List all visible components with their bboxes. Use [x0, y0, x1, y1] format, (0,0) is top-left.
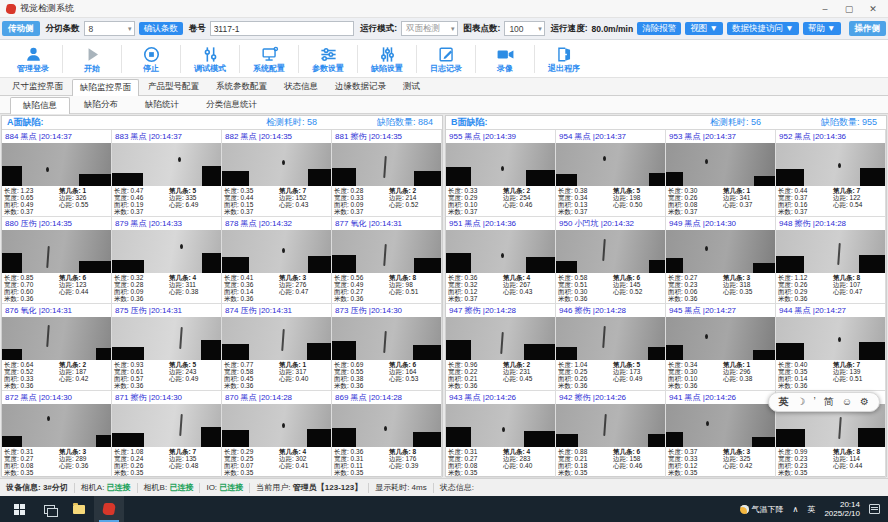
- operation-side-button[interactable]: 操作侧: [849, 21, 887, 36]
- parameter-settings-button[interactable]: 参数设置: [299, 45, 357, 73]
- maximize-button[interactable]: ▢: [838, 4, 860, 14]
- log-record-button[interactable]: 日志记录: [417, 45, 475, 73]
- defect-image[interactable]: [2, 143, 111, 186]
- ime-emoji-button[interactable]: ☺: [842, 397, 852, 407]
- defect-cell[interactable]: 883 黑点 |20:14:37 长度: 0.47 宽度: 0.46 面积: 0…: [112, 130, 222, 217]
- defect-image[interactable]: [222, 230, 331, 273]
- tab-尺寸监控界面[interactable]: 尺寸监控界面: [4, 78, 71, 95]
- defect-cell[interactable]: 873 压伤 |20:14:30 长度: 0.69 宽度: 0.55 面积: 0…: [332, 304, 442, 391]
- defect-image[interactable]: [446, 143, 555, 186]
- defect-cell[interactable]: 954 黑点 |20:14:37 长度: 0.38 宽度: 0.34 面积: 0…: [556, 130, 666, 217]
- defect-image[interactable]: [2, 404, 111, 447]
- tab-测试[interactable]: 测试: [395, 78, 428, 95]
- tab-缺陷监控界面[interactable]: 缺陷监控界面: [72, 79, 139, 96]
- defect-image[interactable]: [332, 317, 441, 360]
- defect-image[interactable]: [112, 317, 221, 360]
- close-button[interactable]: ✕: [862, 4, 884, 14]
- defect-image[interactable]: [332, 143, 441, 186]
- subtab-缺陷分布[interactable]: 缺陷分布: [71, 96, 131, 113]
- input-language-indicator[interactable]: 英: [807, 504, 815, 515]
- defect-image[interactable]: [2, 317, 111, 360]
- defect-cell[interactable]: 948 擦伤 |20:14:28 长度: 1.12 宽度: 0.26 面积: 0…: [776, 217, 886, 304]
- ime-punctuation-toggle[interactable]: ’: [814, 397, 816, 407]
- defect-image[interactable]: [222, 143, 331, 186]
- defect-cell[interactable]: 880 压伤 |20:14:35 长度: 0.85 宽度: 0.70 面积: 0…: [2, 217, 112, 304]
- defect-cell[interactable]: 942 擦伤 |20:14:26 长度: 0.88 宽度: 0.21 面积: 0…: [556, 391, 666, 478]
- defect-image[interactable]: [2, 230, 111, 273]
- file-explorer-button[interactable]: [64, 496, 94, 522]
- defect-cell[interactable]: 875 压伤 |20:14:31 长度: 0.93 宽度: 0.61 面积: 0…: [112, 304, 222, 391]
- admin-login-button[interactable]: 管理登录: [4, 45, 62, 73]
- subtab-缺陷统计[interactable]: 缺陷统计: [132, 96, 192, 113]
- confirm-count-button[interactable]: 确认条数: [139, 22, 183, 35]
- subtab-缺陷信息[interactable]: 缺陷信息: [10, 97, 70, 114]
- defect-cell[interactable]: 949 黑点 |20:14:30 长度: 0.27 宽度: 0.23 面积: 0…: [666, 217, 776, 304]
- view-menu-button[interactable]: 视图 ▼: [685, 22, 723, 35]
- defect-cell[interactable]: 879 黑点 |20:14:33 长度: 0.32 宽度: 0.28 面积: 0…: [112, 217, 222, 304]
- minimize-button[interactable]: –: [814, 4, 836, 14]
- defect-cell[interactable]: 870 黑点 |20:14:28 长度: 0.29 宽度: 0.25 面积: 0…: [222, 391, 332, 478]
- defect-cell[interactable]: 943 黑点 |20:14:26 长度: 0.31 宽度: 0.27 面积: 0…: [446, 391, 556, 478]
- weather-widget[interactable]: 气温下降: [740, 504, 784, 515]
- start-button[interactable]: 开始: [63, 45, 121, 73]
- defect-image[interactable]: [332, 404, 441, 447]
- tab-边缘数据记录[interactable]: 边缘数据记录: [327, 78, 394, 95]
- defect-cell[interactable]: 947 擦伤 |20:14:28 长度: 0.96 宽度: 0.22 面积: 0…: [446, 304, 556, 391]
- subtab-分类信息统计[interactable]: 分类信息统计: [193, 96, 270, 113]
- defect-cell[interactable]: 952 黑点 |20:14:36 长度: 0.44 宽度: 0.37 面积: 0…: [776, 130, 886, 217]
- defect-image[interactable]: [112, 404, 221, 447]
- defect-image[interactable]: [222, 317, 331, 360]
- tab-系统参数配置[interactable]: 系统参数配置: [208, 78, 275, 95]
- defect-image[interactable]: [776, 143, 885, 186]
- system-config-button[interactable]: 系统配置: [240, 45, 298, 73]
- defect-cell[interactable]: 876 氧化 |20:14:31 长度: 0.64 宽度: 0.52 面积: 0…: [2, 304, 112, 391]
- run-mode-select[interactable]: 双面检测▾: [401, 21, 458, 36]
- debug-mode-button[interactable]: 调试模式: [181, 45, 239, 73]
- record-video-button[interactable]: 录像: [476, 45, 534, 73]
- defect-cell[interactable]: 953 黑点 |20:14:37 长度: 0.30 宽度: 0.26 面积: 0…: [666, 130, 776, 217]
- ime-language-toggle[interactable]: 英: [779, 397, 789, 407]
- defect-image[interactable]: [332, 230, 441, 273]
- data-quick-access-button[interactable]: 数据快捷访问 ▼: [727, 22, 799, 35]
- ime-fullhalf-toggle[interactable]: ☽: [797, 397, 806, 407]
- task-view-button[interactable]: [34, 496, 64, 522]
- defect-cell[interactable]: 869 黑点 |20:14:28 长度: 0.36 宽度: 0.31 面积: 0…: [332, 391, 442, 478]
- slit-count-select[interactable]: 8▾: [84, 21, 135, 36]
- defect-image[interactable]: [446, 404, 555, 447]
- defect-cell[interactable]: 877 氧化 |20:14:31 长度: 0.56 宽度: 0.49 面积: 0…: [332, 217, 442, 304]
- defect-image[interactable]: [222, 404, 331, 447]
- defect-image[interactable]: [112, 143, 221, 186]
- defect-cell[interactable]: 872 黑点 |20:14:30 长度: 0.31 宽度: 0.27 面积: 0…: [2, 391, 112, 478]
- defect-cell[interactable]: 881 擦伤 |20:14:35 长度: 0.28 宽度: 0.33 面积: 0…: [332, 130, 442, 217]
- defect-image[interactable]: [556, 404, 665, 447]
- ime-settings-button[interactable]: ⚙: [860, 397, 869, 407]
- defect-image[interactable]: [666, 404, 775, 447]
- defect-cell[interactable]: 944 黑点 |20:14:27 长度: 0.40 宽度: 0.35 面积: 0…: [776, 304, 886, 391]
- defect-image[interactable]: [776, 317, 885, 360]
- defect-cell[interactable]: 955 黑点 |20:14:39 长度: 0.33 宽度: 0.29 面积: 0…: [446, 130, 556, 217]
- defect-cell[interactable]: 878 黑点 |20:14:32 长度: 0.41 宽度: 0.36 面积: 0…: [222, 217, 332, 304]
- inspection-app-taskbar-button[interactable]: [94, 496, 124, 522]
- help-menu-button[interactable]: 帮助 ▼: [803, 22, 841, 35]
- chart-points-select[interactable]: 100▾: [504, 21, 544, 36]
- defect-cell[interactable]: 882 黑点 |20:14:35 长度: 0.35 宽度: 0.44 面积: 0…: [222, 130, 332, 217]
- clear-alarm-button[interactable]: 清除报警: [637, 22, 681, 35]
- action-center-icon[interactable]: [869, 504, 880, 514]
- defect-image[interactable]: [666, 317, 775, 360]
- defect-image[interactable]: [776, 230, 885, 273]
- defect-image[interactable]: [556, 230, 665, 273]
- clock-widget[interactable]: 20:142025/2/10: [824, 500, 860, 518]
- tray-expand-button[interactable]: ∧: [793, 505, 799, 514]
- exit-program-button[interactable]: 退出程序: [535, 45, 593, 73]
- defect-image[interactable]: [446, 317, 555, 360]
- defect-image[interactable]: [666, 143, 775, 186]
- defect-cell[interactable]: 871 擦伤 |20:14:30 长度: 1.08 宽度: 0.24 面积: 0…: [112, 391, 222, 478]
- defect-cell[interactable]: 946 擦伤 |20:14:28 长度: 1.04 宽度: 0.25 面积: 0…: [556, 304, 666, 391]
- defect-image[interactable]: [556, 317, 665, 360]
- roll-number-input[interactable]: [210, 21, 355, 36]
- defect-cell[interactable]: 884 黑点 |20:14:37 长度: 1.23 宽度: 0.65 面积: 0…: [2, 130, 112, 217]
- defect-image[interactable]: [556, 143, 665, 186]
- tab-产品型号配置[interactable]: 产品型号配置: [140, 78, 207, 95]
- transmission-side-button[interactable]: 传动侧: [2, 21, 40, 36]
- ime-simplified-toggle[interactable]: 简: [824, 397, 834, 407]
